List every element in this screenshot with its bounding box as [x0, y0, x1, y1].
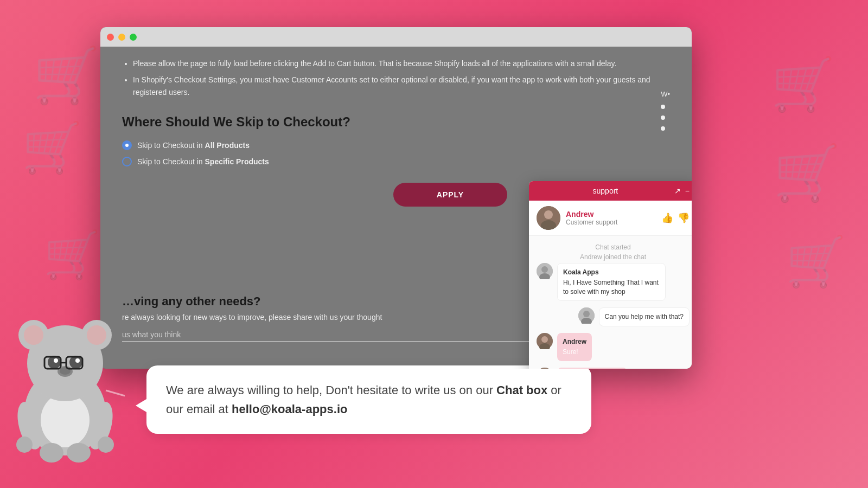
svg-point-4	[541, 266, 548, 273]
bullet-item-2: In Shopify's Checkout Settings, you must…	[133, 74, 670, 98]
chat-avatar-right-1	[578, 307, 595, 324]
browser-content: Please allow the page to fully load befo…	[100, 47, 692, 369]
right-bullet-1: W•	[661, 90, 670, 98]
bg-cart-icon-5: 🛒	[773, 141, 841, 205]
traffic-light-green[interactable]	[130, 34, 137, 41]
svg-point-28	[75, 358, 80, 363]
svg-point-24	[87, 325, 106, 345]
svg-point-36	[16, 436, 33, 453]
right-bullet-4	[661, 126, 670, 131]
chat-message-4: How can I help you?	[537, 368, 690, 369]
chat-status-started: Chat started	[537, 243, 690, 251]
radio-circle-specific[interactable]	[122, 157, 132, 166]
chat-text-3: Sure!	[563, 348, 578, 356]
right-bullet-3	[661, 115, 670, 120]
chat-bubble-3: Andrew Sure!	[557, 333, 592, 361]
bg-cart-icon-4: 🛒	[771, 54, 835, 115]
chat-bubble-2: Can you help me with that?	[599, 307, 690, 326]
chat-sender-1: Koala Apps	[563, 268, 660, 277]
chat-message-2: Can you help me with that?	[537, 307, 690, 326]
email-label: hello@koala-apps.io	[232, 402, 347, 416]
bullet-item-1: Please allow the page to fully load befo…	[133, 57, 670, 69]
chat-avatar-andrew-1	[537, 333, 553, 349]
bg-cart-icon-6: 🛒	[786, 233, 846, 290]
support-header: support ↗ −	[529, 181, 692, 201]
chat-sender-3: Andrew	[563, 337, 586, 346]
chat-box-label: Chat box	[496, 383, 547, 397]
bg-cart-icon-1: 🛒	[33, 43, 100, 107]
agent-avatar	[537, 206, 560, 230]
radio-label-all: Skip to Checkout in All Products	[137, 141, 250, 150]
radio-all-products[interactable]: Skip to Checkout in All Products	[122, 140, 670, 150]
support-widget: support ↗ − Andrew Customer	[529, 181, 692, 369]
skip-checkout-title: Where Should We Skip to Checkout?	[122, 114, 670, 130]
radio-specific-products[interactable]: Skip to Checkout in Specific Products	[122, 157, 670, 166]
info-bullet-list: Please allow the page to fully load befo…	[122, 57, 670, 98]
chat-bubble-1: Koala Apps Hi, I Have Something That I w…	[557, 263, 666, 301]
svg-point-39	[67, 443, 91, 463]
support-title: support	[537, 187, 674, 195]
svg-point-22	[24, 325, 43, 345]
chat-status-joined: Andrew joined the chat	[537, 253, 690, 261]
svg-point-1	[544, 210, 553, 219]
chat-message-1: Koala Apps Hi, I Have Something That I w…	[537, 263, 690, 301]
speech-bubble: We are always willing to help, Don't hes…	[146, 365, 591, 434]
chat-text-1: Hi, I Have Something That I want to solv…	[563, 279, 659, 296]
chat-avatar-koala	[537, 263, 553, 279]
agent-actions: 👍 👎	[661, 212, 690, 224]
koala-svg	[0, 282, 130, 466]
chat-avatar-andrew-2	[537, 368, 553, 369]
radio-circle-all[interactable]	[122, 140, 132, 150]
traffic-light-yellow[interactable]	[118, 34, 125, 41]
browser-titlebar	[100, 27, 692, 47]
svg-point-10	[583, 311, 590, 317]
bg-cart-icon-3: 🛒	[43, 228, 101, 282]
radio-group: Skip to Checkout in All Products Skip to…	[122, 140, 670, 166]
svg-line-40	[106, 390, 125, 396]
koala-mascot	[0, 282, 163, 488]
chat-body: Chat started Andrew joined the chat Koal…	[529, 236, 692, 369]
agent-info: Andrew Customer support	[566, 210, 656, 226]
svg-point-13	[541, 336, 548, 343]
svg-point-37	[98, 436, 114, 453]
speech-text-before: We are always willing to help, Don't hes…	[166, 383, 496, 397]
bg-cart-icon-2: 🛒	[22, 119, 82, 176]
agent-bar: Andrew Customer support 👍 👎	[529, 201, 692, 236]
svg-point-38	[40, 443, 63, 463]
support-expand-button[interactable]: ↗	[674, 187, 681, 195]
agent-dislike-button[interactable]: 👎	[678, 212, 690, 224]
svg-rect-15	[537, 368, 553, 369]
right-bullet-2	[661, 105, 670, 109]
support-minimize-button[interactable]: −	[685, 187, 690, 195]
agent-role: Customer support	[566, 219, 656, 226]
apply-button[interactable]: APPLY	[393, 183, 507, 207]
right-bullets: W•	[661, 90, 670, 137]
support-controls: ↗ −	[674, 187, 690, 195]
svg-point-27	[54, 358, 58, 363]
chat-message-3: Andrew Sure!	[537, 333, 690, 361]
traffic-light-red[interactable]	[107, 34, 114, 41]
agent-name: Andrew	[566, 210, 656, 219]
browser-window: Please allow the page to fully load befo…	[100, 27, 692, 369]
chat-text-2: Can you help me with that?	[605, 313, 684, 320]
radio-label-specific: Skip to Checkout in Specific Products	[137, 157, 269, 166]
chat-bubble-4: How can I help you?	[557, 368, 627, 369]
agent-like-button[interactable]: 👍	[661, 212, 673, 224]
